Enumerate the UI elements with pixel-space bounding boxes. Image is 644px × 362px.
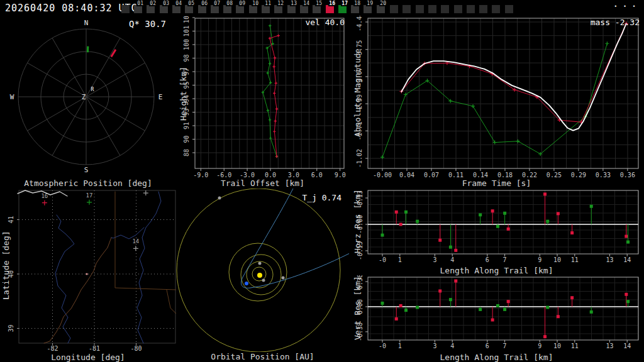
frame-number-label: 06 <box>201 1 208 6</box>
svg-text:7: 7 <box>503 256 507 263</box>
frame-07[interactable]: 07 <box>211 5 219 13</box>
svg-text:14: 14 <box>132 238 139 244</box>
light-curve-plot: -0.000.040.070.110.140.180.220.250.290.3… <box>349 16 644 180</box>
svg-text:0.36: 0.36 <box>620 172 635 178</box>
svg-text:-3.0: -3.0 <box>240 172 255 178</box>
frame-03[interactable]: 03 <box>160 5 168 13</box>
frame-06[interactable]: 06 <box>198 5 206 13</box>
frame-02[interactable]: 02 <box>147 5 155 13</box>
svg-text:10: 10 <box>553 343 561 349</box>
frame-10[interactable]: 10 <box>249 5 257 13</box>
frame-number-label: 08 <box>226 1 233 6</box>
svg-text:9: 9 <box>538 343 541 349</box>
frame-number-label: 10 <box>252 1 259 6</box>
svg-text:3.0: 3.0 <box>288 172 299 178</box>
frame-19[interactable]: 19 <box>364 5 372 13</box>
svg-text:41: 41 <box>8 216 14 223</box>
frame-13[interactable]: 13 <box>287 5 296 13</box>
frame-number-label: 07 <box>213 1 221 6</box>
frame-number-label: 11 <box>264 1 272 6</box>
frame-blank <box>416 5 424 13</box>
mass-value: mass -2.32 <box>591 18 640 27</box>
svg-text:-0: -0 <box>379 256 386 263</box>
svg-text:-80: -80 <box>130 345 142 352</box>
svg-text:E: E <box>158 93 163 101</box>
svg-text:14: 14 <box>623 256 631 263</box>
svg-text:9: 9 <box>538 256 541 263</box>
app-root: { "topbar": { "timestamp": "20260420 08:… <box>0 0 644 362</box>
frame-blank <box>441 5 449 13</box>
qstar-value: Q* 30.7 <box>129 19 166 29</box>
svg-text:0.11: 0.11 <box>448 172 464 178</box>
frame-08[interactable]: 08 <box>223 5 231 13</box>
frame-number-label: 09 <box>238 1 246 6</box>
frame-time-axis-label: Frame Time [s] <box>349 178 644 188</box>
svg-text:6: 6 <box>486 256 489 263</box>
frame-number-label: 19 <box>366 1 374 6</box>
frame-number-label: 20 <box>379 1 387 6</box>
frame-04[interactable]: 04 <box>172 5 180 13</box>
atmospheric-position-title: Atmospheric Position [deg] <box>0 178 176 188</box>
svg-text:13: 13 <box>606 343 613 349</box>
frame-09[interactable]: 09 <box>236 5 244 13</box>
svg-text:0.0: 0.0 <box>265 172 276 178</box>
svg-text:0.07: 0.07 <box>424 172 439 178</box>
svg-text:6: 6 <box>486 343 489 349</box>
frame-blank <box>402 5 411 13</box>
frame-number-label: 05 <box>187 1 195 6</box>
frame-blank <box>454 5 462 13</box>
panel-ground-track-map: -82-81-80414039161714 Latitude [deg] Lon… <box>0 189 176 362</box>
frame-number-label: 18 <box>353 1 361 6</box>
svg-text:39: 39 <box>8 324 14 332</box>
svg-text:4: 4 <box>450 343 454 349</box>
atmospheric-position-plot: NSEWZR <box>0 16 176 179</box>
panel-orbital-position: T_j 0.74 Orbital Position [AU] <box>176 189 349 362</box>
svg-text:4: 4 <box>450 256 454 263</box>
svg-text:10: 10 <box>553 256 561 263</box>
trail-offset-plot: -9.0-6.0-3.00.03.06.09.01021011009897959… <box>176 16 349 180</box>
svg-text:S: S <box>84 166 89 174</box>
frame-16[interactable]: 16 <box>326 5 334 13</box>
frame-18[interactable]: 18 <box>351 5 359 13</box>
svg-text:11: 11 <box>571 343 579 349</box>
svg-text:17: 17 <box>86 192 93 199</box>
frame-17[interactable]: 17 <box>338 5 347 13</box>
svg-text:91: 91 <box>183 122 190 129</box>
frame-05[interactable]: 05 <box>185 5 193 13</box>
frame-number-label: 04 <box>175 1 182 6</box>
svg-text:13: 13 <box>606 256 613 263</box>
svg-text:0.25: 0.25 <box>547 172 562 178</box>
panel-atmospheric-position: NSEWZR Q* 30.7 Atmospheric Position [deg… <box>0 16 176 189</box>
frame-14[interactable]: 14 <box>300 5 308 13</box>
panel-trail-offset: -9.0-6.0-3.00.03.06.09.01021011009897959… <box>176 16 349 189</box>
frame-11[interactable]: 11 <box>262 5 270 13</box>
svg-text:0.18: 0.18 <box>497 172 513 178</box>
frame-number-label: 17 <box>341 1 348 6</box>
frame-15[interactable]: 15 <box>313 5 321 13</box>
utc-clock: 20260420 08:40:32 UTC <box>5 3 138 14</box>
svg-text:-0: -0 <box>379 343 386 349</box>
frame-blank-lead <box>121 5 130 13</box>
svg-text:R: R <box>91 87 94 92</box>
frame-20[interactable]: 20 <box>377 5 385 13</box>
latitude-axis-label: Latitude [deg] <box>1 231 11 300</box>
svg-text:N: N <box>84 19 89 27</box>
frame-number-label: 01 <box>136 1 144 6</box>
frame-number-label: 16 <box>328 1 336 6</box>
svg-text:0.29: 0.29 <box>571 172 586 178</box>
svg-text:3: 3 <box>433 343 436 349</box>
longitude-axis-label: Longitude [deg] <box>0 353 176 362</box>
frame-number-label: 14 <box>303 1 310 6</box>
svg-text:-9.0: -9.0 <box>193 172 208 178</box>
frame-01[interactable]: 01 <box>134 5 142 13</box>
frame-number-label: 02 <box>149 1 157 6</box>
panel-light-curve: -0.000.040.070.110.140.180.220.250.290.3… <box>349 16 644 189</box>
svg-text:-0.00: -0.00 <box>373 172 392 178</box>
frame-number-label: 15 <box>315 1 323 6</box>
svg-text:0.14: 0.14 <box>473 172 488 178</box>
overflow-menu-icon[interactable]: ··· <box>613 0 640 12</box>
svg-text:-4.44: -4.44 <box>356 16 363 31</box>
frame-12[interactable]: 12 <box>274 5 282 13</box>
panel-vert-residuals: -0134679101113140.380.00-0.38 Vert Res [… <box>349 275 644 362</box>
svg-text:W: W <box>10 93 14 101</box>
